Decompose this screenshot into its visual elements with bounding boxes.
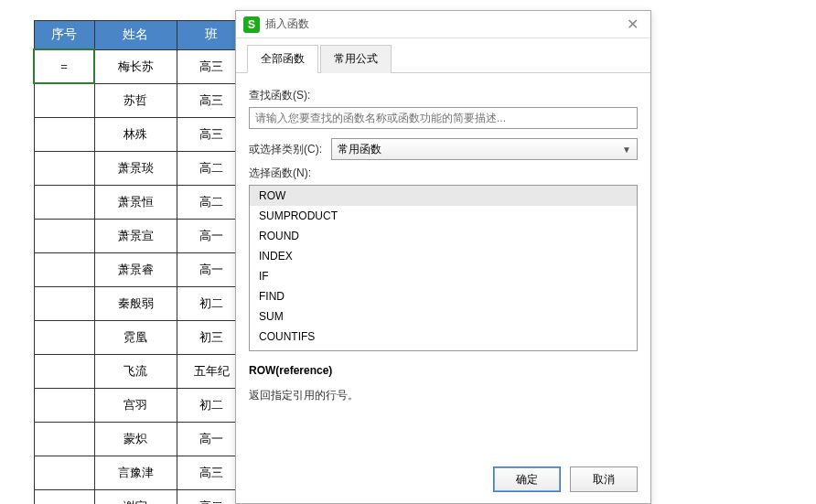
tab-all-functions[interactable]: 全部函数 <box>247 45 318 73</box>
cell-name[interactable]: 苏哲 <box>94 83 177 117</box>
function-item[interactable]: COUNTIFS <box>250 327 637 347</box>
dialog-titlebar: S 插入函数 ✕ <box>236 11 650 38</box>
cell-seq[interactable] <box>34 422 94 456</box>
category-value: 常用函数 <box>338 142 381 157</box>
tab-common-formulas[interactable]: 常用公式 <box>320 45 392 73</box>
cell-seq[interactable] <box>34 354 94 388</box>
cell-seq[interactable] <box>34 320 94 354</box>
function-description: 返回指定引用的行号。 <box>249 388 638 403</box>
table-row: 萧景琰高二 <box>34 151 246 185</box>
table-row: 宫羽初二 <box>34 388 246 422</box>
table-row: 秦般弱初二 <box>34 286 246 320</box>
cell-seq[interactable]: = <box>34 49 94 83</box>
dialog-title: 插入函数 <box>265 16 621 32</box>
cell-seq[interactable] <box>34 117 94 151</box>
table-row: 林殊高三 <box>34 117 246 151</box>
cell-name[interactable]: 蒙炽 <box>94 422 177 456</box>
category-select[interactable]: 常用函数 ▼ <box>331 138 638 160</box>
table-row: 霓凰初三 <box>34 320 246 354</box>
cell-name[interactable]: 谢宇 <box>94 489 177 504</box>
function-item[interactable]: FIND <box>250 286 637 306</box>
function-list[interactable]: ROWSUMPRODUCTROUNDINDEXIFFINDSUMCOUNTIFS <box>249 185 638 351</box>
table-row: 蒙炽高一 <box>34 422 246 456</box>
cell-seq[interactable] <box>34 456 94 489</box>
table-row: 谢宇高二 <box>34 489 246 504</box>
function-item[interactable]: ROUND <box>250 226 637 246</box>
cell-name[interactable]: 萧景宣 <box>94 219 177 252</box>
table-row: 萧景睿高一 <box>34 252 246 286</box>
function-item[interactable]: INDEX <box>250 246 637 266</box>
cell-seq[interactable] <box>34 489 94 504</box>
dialog-tabs: 全部函数 常用公式 <box>236 38 650 73</box>
cell-name[interactable]: 梅长苏 <box>94 49 177 83</box>
spreadsheet-table: 序号 姓名 班 =梅长苏高三苏哲高三林殊高三萧景琰高二萧景恒高二萧景宣高一萧景睿… <box>33 20 247 504</box>
cell-name[interactable]: 林殊 <box>94 117 177 151</box>
insert-function-dialog: S 插入函数 ✕ 全部函数 常用公式 查找函数(S): 或选择类别(C): 常用… <box>235 10 651 504</box>
function-item[interactable]: ROW <box>250 186 637 206</box>
cell-name[interactable]: 萧景琰 <box>94 151 177 185</box>
cell-seq[interactable] <box>34 388 94 422</box>
search-input[interactable] <box>249 107 638 129</box>
app-icon: S <box>243 16 260 33</box>
cell-seq[interactable] <box>34 185 94 219</box>
cell-name[interactable]: 萧景睿 <box>94 252 177 286</box>
function-signature: ROW(reference) <box>249 364 638 377</box>
cancel-button[interactable]: 取消 <box>570 466 638 492</box>
header-name: 姓名 <box>94 21 177 50</box>
cell-name[interactable]: 飞流 <box>94 354 177 388</box>
table-row: =梅长苏高三 <box>34 49 246 83</box>
function-item[interactable]: SUMPRODUCT <box>250 206 637 226</box>
table-row: 言豫津高三 <box>34 456 246 489</box>
table-row: 苏哲高三 <box>34 83 246 117</box>
cell-name[interactable]: 萧景恒 <box>94 185 177 219</box>
select-function-label: 选择函数(N): <box>249 166 638 181</box>
chevron-down-icon: ▼ <box>622 145 631 155</box>
cell-name[interactable]: 宫羽 <box>94 388 177 422</box>
cell-seq[interactable] <box>34 252 94 286</box>
table-row: 萧景恒高二 <box>34 185 246 219</box>
function-item[interactable]: SUM <box>250 306 637 327</box>
table-row: 飞流五年纪 <box>34 354 246 388</box>
table-row: 萧景宣高一 <box>34 219 246 252</box>
function-item[interactable]: IF <box>250 266 637 286</box>
cell-seq[interactable] <box>34 151 94 185</box>
cell-seq[interactable] <box>34 286 94 320</box>
cell-name[interactable]: 秦般弱 <box>94 286 177 320</box>
close-icon[interactable]: ✕ <box>621 14 643 36</box>
ok-button[interactable]: 确定 <box>493 466 561 492</box>
cell-seq[interactable] <box>34 219 94 252</box>
category-label: 或选择类别(C): <box>249 142 322 157</box>
cell-name[interactable]: 言豫津 <box>94 456 177 489</box>
search-label: 查找函数(S): <box>249 88 638 103</box>
cell-seq[interactable] <box>34 83 94 117</box>
header-seq: 序号 <box>34 21 94 50</box>
cell-name[interactable]: 霓凰 <box>94 320 177 354</box>
